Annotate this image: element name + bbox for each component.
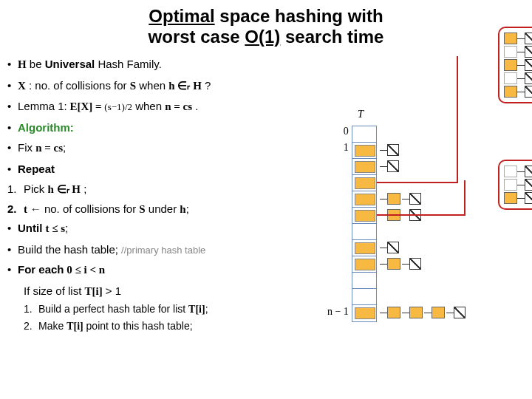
chain — [380, 307, 466, 318]
table-row — [352, 305, 376, 321]
table-row — [352, 143, 376, 159]
chain — [380, 258, 421, 270]
null-terminator — [387, 160, 399, 172]
connector-2 — [377, 214, 466, 216]
slide-body: •H be Universal Hash Family. •X : no. of… — [0, 49, 532, 335]
index-n-1: n − 1 — [319, 306, 349, 318]
table-row — [352, 273, 376, 289]
primary-hash-table — [352, 126, 377, 322]
index-0: 0 — [319, 126, 349, 137]
algorithm-header: Algorithm: — [18, 118, 328, 137]
table-row — [352, 208, 376, 224]
comment-text: //primary hash table — [121, 245, 205, 256]
table-row — [352, 126, 376, 143]
table-row — [352, 191, 376, 208]
chain — [380, 242, 399, 253]
chain — [380, 144, 399, 156]
null-terminator — [409, 193, 421, 205]
table-row — [352, 256, 376, 273]
chain — [380, 193, 421, 205]
title-underline-1: Optimal — [149, 6, 214, 26]
null-terminator — [454, 307, 466, 318]
diagram-area: T 0 1 n − 1 — [328, 49, 525, 335]
chain — [380, 160, 399, 172]
null-terminator — [387, 242, 399, 253]
table-row — [352, 224, 376, 240]
table-row — [352, 289, 376, 305]
secondary-table-2 — [498, 160, 532, 210]
index-1: 1 — [319, 142, 349, 154]
table-row — [352, 240, 376, 256]
connector-1 — [377, 182, 458, 183]
secondary-table-1 — [498, 27, 532, 103]
table-label: T — [358, 108, 364, 120]
slide-title: Optimal space hashing with worst case O(… — [0, 0, 532, 49]
null-terminator — [409, 258, 421, 270]
table-row — [352, 175, 376, 191]
null-terminator — [387, 144, 399, 156]
table-row — [352, 159, 376, 175]
title-underline-2: O(1) — [245, 27, 280, 47]
algorithm-text: •H be Universal Hash Family. •X : no. of… — [7, 49, 328, 335]
